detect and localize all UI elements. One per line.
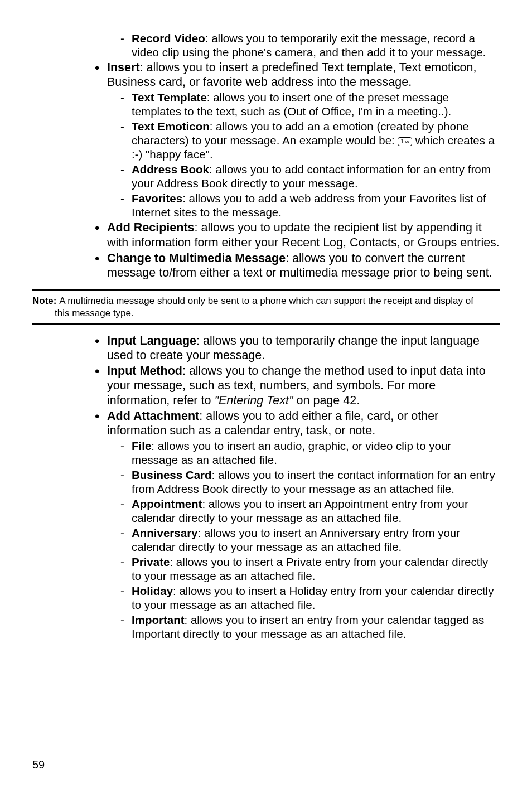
important-text: : allows you to insert an entry from you… [132, 613, 484, 640]
add-recipients-label: Add Recipients [107, 221, 195, 234]
note-line1: A multimedia message should only be sent… [59, 296, 473, 306]
private-label: Private [132, 555, 170, 568]
text-template-item: Text Template: allows you to insert one … [120, 90, 500, 118]
favorites-item: Favorites: allows you to add a web addre… [120, 191, 500, 219]
holiday-text: : allows you to insert a Holiday entry f… [132, 584, 494, 611]
input-language-label: Input Language [107, 334, 196, 347]
text-template-label: Text Template [132, 91, 207, 104]
add-attachment-item: Add Attachment: allows you to add either… [95, 409, 500, 641]
page-number: 59 [32, 758, 45, 771]
record-video-item: Record Video: allows you to temporarily … [120, 31, 500, 59]
private-text: : allows you to insert a Private entry f… [132, 555, 488, 582]
text-emoticon-label: Text Emoticon [132, 120, 210, 133]
business-card-label: Business Card [132, 468, 212, 481]
holiday-item: Holiday: allows you to insert a Holiday … [120, 584, 500, 612]
insert-text: : allows you to insert a predefined Text… [107, 61, 476, 89]
insert-label: Insert [107, 61, 140, 74]
business-card-item: Business Card: allows you to insert the … [120, 468, 500, 496]
file-item: File: allows you to insert an audio, gra… [120, 439, 500, 467]
input-method-label: Input Method [107, 364, 182, 378]
appointment-label: Appointment [132, 497, 202, 510]
appointment-item: Appointment: allows you to insert an App… [120, 497, 500, 525]
private-item: Private: allows you to insert a Private … [120, 555, 500, 583]
address-book-label: Address Book [132, 163, 209, 176]
phone-key-icon: 1 ∞ [398, 137, 412, 146]
favorites-label: Favorites [132, 192, 182, 205]
holiday-label: Holiday [132, 584, 173, 597]
favorites-text: : allows you to add a web address from y… [132, 192, 486, 219]
file-text: : allows you to insert an audio, graphic… [132, 439, 451, 466]
important-item: Important: allows you to insert an entry… [120, 613, 500, 641]
insert-item: Insert: allows you to insert a predefine… [95, 60, 500, 219]
address-book-item: Address Book: allows you to add contact … [120, 162, 500, 190]
note-block: Note: A multimedia message should only b… [32, 289, 500, 325]
add-recipients-item: Add Recipients: allows you to update the… [95, 220, 500, 249]
input-method-text2: on page 42. [297, 394, 360, 407]
note-prefix: Note: [32, 296, 59, 306]
input-method-italic: "Entering Text" [214, 394, 296, 407]
note-line2: this message type. [32, 307, 500, 319]
text-emoticon-item: Text Emoticon: allows you to add an a em… [120, 119, 500, 161]
change-multimedia-label: Change to Multimedia Message [107, 252, 286, 265]
change-multimedia-item: Change to Multimedia Message: allows you… [95, 251, 500, 280]
anniversary-item: Anniversary: allows you to insert an Ann… [120, 526, 500, 554]
add-attachment-label: Add Attachment [107, 409, 199, 423]
input-method-item: Input Method: allows you to change the m… [95, 364, 500, 408]
important-label: Important [132, 613, 185, 626]
record-video-label: Record Video [132, 32, 205, 45]
input-language-item: Input Language: allows you to temporaril… [95, 333, 500, 362]
anniversary-label: Anniversary [132, 526, 198, 539]
file-label: File [132, 439, 151, 452]
